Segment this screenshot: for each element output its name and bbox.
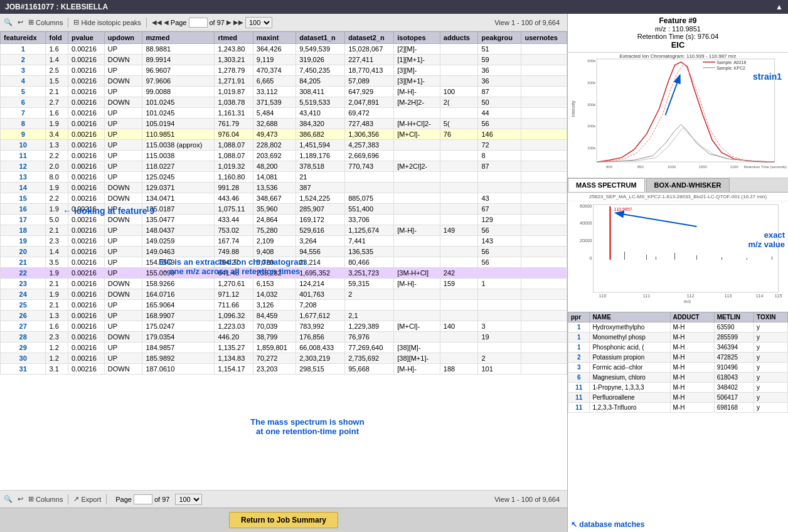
db-table-row[interactable]: 1Monomethyl phospM-H285599y (568, 332, 788, 343)
table-row[interactable]: 81.90.00216UP105.0194761.7932,688384,320… (1, 119, 567, 129)
col-dataset2n[interactable]: dataset2_n (345, 32, 394, 44)
table-row[interactable]: 313.10.00216DOWN187.06101,154.1723,20329… (1, 364, 567, 375)
table-row[interactable]: 71.60.00216UP101.02451,161.315,48443,410… (1, 108, 567, 119)
svg-text:500k: 500k (587, 59, 595, 63)
columns-button-top[interactable]: ⊞ Columns (28, 18, 63, 26)
col-updown[interactable]: updown (104, 32, 142, 44)
svg-text:950: 950 (637, 165, 644, 169)
table-row[interactable]: 261.30.00216UP168.99071,096.3284,4591,67… (1, 311, 567, 321)
table-row[interactable]: 138.00.00216UP125.02451,160.8014,08121 (1, 172, 567, 183)
db-col-adduct[interactable]: ADDUCT (670, 312, 714, 322)
nav-prev-top[interactable]: ◀ (164, 19, 169, 26)
feature-mz: m/z : 110.9851 (655, 25, 701, 33)
table-row[interactable]: 41.50.00216DOWN97.96061,271.916,66584,20… (1, 76, 567, 87)
table-row[interactable]: 282.30.00216DOWN179.0354446.2038,799176,… (1, 332, 567, 343)
back-button-bottom[interactable]: ↩ (18, 495, 23, 503)
tab-mass-spectrum[interactable]: MASS SPECTRUM (568, 178, 645, 192)
db-table-row[interactable]: 3Formic acid--chlorM-H910496y (568, 363, 788, 373)
table-row[interactable]: 93.40.00216UP110.9851976.0449,473386,682… (1, 129, 567, 140)
table-row[interactable]: 271.60.00216UP175.02471,223.0370,039783,… (1, 321, 567, 332)
col-maxint[interactable]: maxint (253, 32, 296, 44)
svg-text:112: 112 (687, 294, 695, 298)
columns-button-bottom[interactable]: ⊞ Columns (28, 495, 63, 503)
per-page-select-top[interactable]: 10050200 (245, 17, 272, 28)
mass-annotation: The mass spectrum is shownat one retenti… (207, 417, 408, 436)
col-featureidx[interactable]: featureidx (1, 32, 46, 44)
col-mzmed[interactable]: mzmed (142, 32, 215, 44)
col-adducts[interactable]: adducts (440, 32, 478, 44)
svg-text:200k: 200k (587, 124, 595, 128)
search-button[interactable]: 🔍 (4, 18, 13, 26)
top-bar: JOB#1161077 : KLEBSIELLA ▲ (0, 0, 788, 14)
hide-isotopic-button[interactable]: ⊟ Hide isotopic peaks (73, 18, 141, 26)
table-row[interactable]: 152.20.00216DOWN134.0471443.46348,6671,5… (1, 193, 567, 204)
search-button-bottom[interactable]: 🔍 (4, 495, 13, 503)
db-col-ppr[interactable]: ppr (568, 312, 590, 322)
table-row[interactable]: 232.10.00216DOWN158.92661,270.616,153124… (1, 279, 567, 289)
table-row[interactable]: 122.00.00216UP118.02271,019.3248,200378,… (1, 161, 567, 172)
svg-text:Extracted Ion Chromatogram: 11: Extracted Ion Chromatogram: 110.939 - 11… (619, 53, 736, 59)
feature-eic-label: EIC (671, 40, 685, 50)
svg-text:300k: 300k (587, 103, 595, 107)
table-row[interactable]: 301.20.00216UP185.98921,134.8370,2722,30… (1, 353, 567, 364)
tab-box-whisker[interactable]: BOX-AND-WHISKER (646, 178, 730, 192)
db-table-area[interactable]: ↖ database matches ppr NAME ADDUCT METLI… (568, 312, 788, 532)
return-button[interactable]: Return to Job Summary (229, 512, 338, 528)
db-col-toxin[interactable]: TOXIN (754, 312, 788, 322)
feature-number: Feature #9 (659, 16, 696, 25)
db-table-row[interactable]: 11PerfluoroalleneM-H506417y (568, 393, 788, 403)
col-pvalue[interactable]: pvalue (68, 32, 105, 44)
col-fold[interactable]: fold (46, 32, 68, 44)
spectrum-svg: 60000 40000 20000 0 110 111 112 113 114 … (568, 201, 788, 305)
tabs-row: MASS SPECTRUM BOX-AND-WHISKER (568, 178, 788, 193)
isotopic-icon: ⊟ (73, 18, 79, 26)
table-row[interactable]: 201.40.00216UP149.0463749.889,40894,5561… (1, 247, 567, 257)
table-row[interactable]: 112.20.00216UP115.00381,088.07203,6921,1… (1, 151, 567, 161)
page-input-top[interactable]: 1 (189, 18, 208, 28)
db-col-name[interactable]: NAME (590, 312, 670, 322)
table-row[interactable]: 141.90.00216DOWN129.0371991.2813,536387 (1, 183, 567, 193)
nav-last-top[interactable]: ▶▶ (233, 19, 243, 26)
db-table-row[interactable]: 2Potassium propionM-H472825y (568, 353, 788, 363)
col-usernotes[interactable]: usernotes (521, 32, 567, 44)
table-row[interactable]: 11.60.00216UP88.98811,243.80364,4269,549… (1, 44, 567, 55)
page-nav-bottom: Page 1 of 97 10050200 (112, 494, 202, 505)
col-rtmed[interactable]: rtmed (215, 32, 253, 44)
db-table-row[interactable]: 111,2,3,3-TrifluoroM-H698168y (568, 403, 788, 413)
col-dataset1n[interactable]: dataset1_n (296, 32, 345, 44)
nav-next-top[interactable]: ▶ (226, 19, 232, 26)
table-row[interactable]: 291.20.00216UP184.98571,135.271,859,8016… (1, 343, 567, 353)
svg-text:Sample: A0218: Sample: A0218 (716, 60, 746, 65)
db-table-row[interactable]: 1Phosphonic acid, (M-H346394y (568, 343, 788, 353)
db-table-body: 1HydroxymethylphoM-H63590y1Monomethyl ph… (568, 322, 788, 413)
table-row[interactable]: 175.00.00216DOWN135.0477433.4424,864169,… (1, 215, 567, 225)
db-table-row[interactable]: 111-Propyne, 1,3,3,3M-H348402y (568, 383, 788, 393)
export-button[interactable]: ↗ Export (73, 495, 101, 503)
table-row[interactable]: 21.40.00216DOWN89.99141,303.219,119319,0… (1, 55, 567, 65)
table-row[interactable]: 52.10.00216UP99.00881,019.8733,112308,41… (1, 87, 567, 97)
db-table-row[interactable]: 6Magnesium, chloroM-H618043y (568, 373, 788, 383)
page-input-bottom[interactable]: 1 (134, 494, 152, 504)
table-row[interactable]: 62.70.00216DOWN101.02451,038.78371,5395,… (1, 97, 567, 108)
table-row[interactable]: 32.50.00216UP96.96071,278.79470,3747,450… (1, 65, 567, 76)
svg-text:m/z: m/z (684, 299, 691, 304)
table-row[interactable]: 213.50.00216UP154.0569754.275,72023,2148… (1, 257, 567, 268)
right-panel: Feature #9 m/z : 110.9851 Retention Time… (568, 14, 788, 532)
table-row[interactable]: 252.10.00216UP165.9064711.663,1267,208 (1, 300, 567, 311)
view-info-top: View 1 - 100 of 9,664 (494, 19, 560, 26)
col-isotopes[interactable]: isotopes (394, 32, 440, 44)
back-button[interactable]: ↩ (18, 18, 23, 26)
table-row[interactable]: 221.90.00216UP155.0099641.48235,2821,695… (1, 268, 567, 279)
col-peakgroup[interactable]: peakgrou (478, 32, 521, 44)
per-page-select-bottom[interactable]: 10050200 (175, 494, 202, 505)
table-container[interactable]: featureidx fold pvalue updown mzmed rtme… (0, 31, 567, 490)
nav-first-top[interactable]: ◀◀ (152, 19, 162, 26)
table-row[interactable]: 192.30.00216UP149.0259167.742,1093,2647,… (1, 236, 567, 247)
table-row[interactable]: 101.30.00216UP115.0038 (approx)1,088.072… (1, 140, 567, 151)
table-row[interactable]: 241.90.00216DOWN164.0716971.1214,032401,… (1, 289, 567, 300)
db-table-row[interactable]: 1HydroxymethylphoM-H63590y (568, 322, 788, 332)
table-row[interactable]: 182.10.00216UP148.0437753.0275,280529,61… (1, 225, 567, 236)
svg-text:110: 110 (599, 294, 607, 298)
bottom-toolbar: 🔍 ↩ ⊞ Columns ↗ Export Page 1 of 97 (0, 490, 567, 508)
db-col-metlin[interactable]: METLIN (714, 312, 753, 322)
